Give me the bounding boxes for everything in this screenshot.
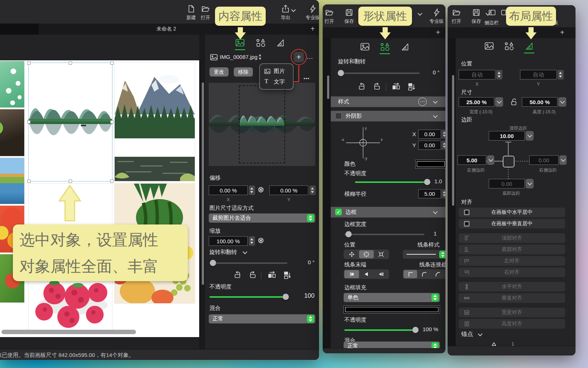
unlock-icon[interactable] [510,98,519,106]
selection-handle[interactable] [27,180,31,183]
pro-button[interactable]: 专业版 [302,4,319,21]
tab-layout-icon[interactable] [400,42,410,52]
popup-image-item[interactable]: 图片 [274,68,285,75]
inactive-tab[interactable] [0,24,39,35]
shadow-chevron-icon[interactable] [433,113,438,118]
flip-vertical-button[interactable] [406,82,415,91]
align-button[interactable]: 高度对齐 [459,319,565,329]
margin-bottom-dropdown[interactable] [526,179,534,188]
shadow-checkbox[interactable] [335,113,342,119]
pro-button[interactable]: 专业版 [428,8,445,25]
photo-lily[interactable] [0,61,24,107]
file-stepper-icon[interactable]: ▲▼ [258,53,262,60]
align-button[interactable]: 右对齐 [459,268,565,277]
margin-right-dropdown[interactable] [559,155,567,165]
anchor-chevron-icon[interactable] [478,332,483,336]
preview-crop-area[interactable] [239,85,285,163]
selection-handle[interactable] [27,61,31,65]
margin-left-dropdown[interactable] [487,155,494,165]
offset-y-input[interactable]: 0.00 % [269,185,308,195]
align-button[interactable]: 在画板中垂直居中 [459,219,565,229]
rotate-right-button[interactable] [372,82,381,91]
horizontal-scrollbar[interactable] [1,330,136,334]
toolbar-chevron-icon[interactable] [417,11,422,16]
width-dropdown-button[interactable] [495,97,503,107]
offset-x-clear-icon[interactable]: ⊗ [258,185,264,194]
blend-dropdown[interactable]: 正常 [209,314,315,323]
border-opacity-knob[interactable] [412,327,419,333]
open-button[interactable]: 打开 [448,8,465,25]
border-width-knob[interactable] [345,231,352,237]
line-end-arrow[interactable] [359,270,374,278]
line-style-stepper[interactable] [439,251,445,258]
width-input[interactable]: 25.00 % [459,97,494,107]
style-section-header[interactable]: 样式 ⋯ [331,96,445,107]
flip-horizontal-button[interactable] [392,82,401,91]
rotate-slider-track[interactable] [209,262,287,264]
border-chevron-icon[interactable] [433,209,438,214]
rotate-left-button[interactable] [358,82,366,91]
photo-lake-selected[interactable] [29,63,112,181]
selection-handle[interactable] [110,180,114,183]
border-position-center[interactable] [359,250,374,258]
position-y-stepper[interactable] [557,70,564,79]
border-color-swatch[interactable] [344,305,440,314]
opacity-slider-knob[interactable] [283,294,289,300]
anchor-label[interactable]: 锚点 [461,330,473,338]
shadow-blur-stepper[interactable] [441,189,445,198]
scale-clear-icon[interactable]: ⊗ [258,236,264,245]
rotate-slider-knob[interactable] [210,260,216,266]
border-fill-dropdown[interactable]: 单色 [344,293,440,302]
align-button[interactable]: 底部对齐 [459,245,565,254]
border-fill-stepper[interactable] [431,294,439,301]
selection-handle[interactable] [27,120,31,124]
border-position-inside[interactable] [344,250,359,258]
shadow-x-input[interactable]: 0.00 [418,130,441,139]
change-button[interactable]: 更改 [209,67,229,77]
align-button[interactable]: 水平对齐 [459,282,565,291]
height-input[interactable]: 50.00 % [522,97,557,107]
align-button[interactable]: 在画板中水平居中 [459,208,565,217]
height-dropdown-button[interactable] [558,97,566,107]
margin-top-input[interactable]: 10.00 [489,131,525,141]
sidebar-left-icon[interactable] [488,8,496,17]
shadow-blur-input[interactable]: 5.00 [418,189,441,198]
shadow-opacity-knob[interactable] [424,179,430,185]
margin-bottom-input[interactable]: 0.00 [489,179,525,188]
panel-scrollbar[interactable] [202,82,204,285]
photo-valley[interactable] [115,63,195,181]
align-button[interactable]: 垂直对齐 [459,293,565,303]
margin-top-dropdown[interactable] [526,131,534,141]
add-tab-button[interactable]: + [311,25,315,32]
selection-handle[interactable] [69,61,72,65]
line-join-miter[interactable] [404,270,417,278]
offset-x-stepper[interactable] [249,185,255,195]
shadow-y-stepper[interactable] [441,141,445,150]
position-x-input[interactable]: 自动 [459,70,495,79]
fit-dropdown-stepper[interactable] [307,214,314,222]
popup-text-item[interactable]: 文字 [274,78,285,85]
line-end-arrow-bar[interactable] [374,270,388,278]
photo-landscape[interactable] [0,158,24,204]
photo-sprout[interactable] [0,109,24,156]
remove-button[interactable]: 移除 [234,67,253,77]
shadow-y-input[interactable]: 0.00 [418,141,441,150]
rotate-right-button[interactable] [248,271,257,280]
position-y-input[interactable]: 自动 [520,70,557,79]
border-checkbox[interactable]: ✓ [335,209,342,215]
rotate-slider-track[interactable] [337,72,420,74]
line-join-round[interactable] [417,270,431,278]
file-name[interactable]: IMG_00087.jpg [220,54,258,60]
tab-content-icon[interactable] [484,41,494,51]
tab-shape-icon[interactable] [504,41,514,51]
canvas-viewport[interactable] [0,35,199,337]
margin-left-input[interactable]: 5.00 [458,155,486,165]
shadow-color-swatch[interactable] [415,160,445,169]
rotate-chevron-icon[interactable] [243,250,247,254]
rotate-slider-knob[interactable] [338,70,344,76]
tab-layout-icon[interactable] [524,41,534,51]
canvas-scrollbar[interactable] [327,75,329,99]
section-more-button[interactable]: ••• [304,76,310,81]
tab-layout-icon[interactable] [276,38,285,47]
align-button[interactable]: 宽度对齐 [459,308,565,317]
